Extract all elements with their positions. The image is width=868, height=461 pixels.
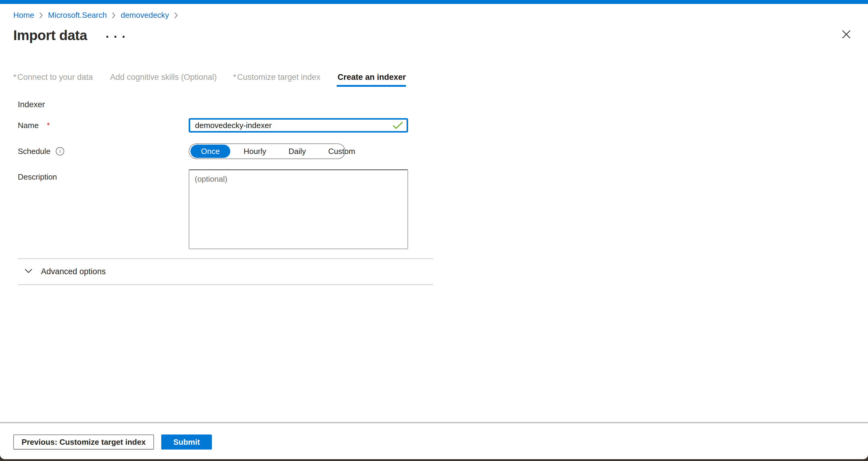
ellipsis-dot bbox=[106, 36, 108, 38]
tab-label: Customize target index bbox=[237, 72, 320, 82]
footer-actions: Previous: Customize target index Submit bbox=[13, 434, 212, 450]
tab-add-cognitive-skills[interactable]: Add cognitive skills (Optional) bbox=[109, 72, 217, 87]
schedule-option-hourly[interactable]: Hourly bbox=[235, 144, 275, 158]
tab-connect-to-your-data[interactable]: *Connect to your data bbox=[13, 72, 93, 87]
label-text: Name bbox=[18, 121, 38, 130]
required-tab-star: * bbox=[13, 72, 17, 82]
chevron-right-icon bbox=[174, 11, 178, 19]
tab-label: Add cognitive skills (Optional) bbox=[110, 72, 217, 82]
previous-step-button[interactable]: Previous: Customize target index bbox=[13, 434, 154, 450]
description-textarea[interactable] bbox=[189, 169, 408, 249]
submit-button[interactable]: Submit bbox=[161, 434, 212, 450]
schedule-segmented-control: Once Hourly Daily Custom bbox=[189, 144, 345, 159]
required-tab-star: * bbox=[233, 72, 236, 82]
import-data-panel: Home Microsoft.Search demovedecky Import… bbox=[0, 0, 868, 459]
indexer-form: Indexer Name* Schedule i Once Hourly Dai… bbox=[18, 100, 868, 249]
advanced-options-label: Advanced options bbox=[41, 267, 106, 276]
validation-check-icon bbox=[393, 121, 403, 131]
page-title: Import data bbox=[13, 27, 87, 43]
tab-label: Create an indexer bbox=[338, 72, 406, 82]
breadcrumb: Home Microsoft.Search demovedecky bbox=[13, 10, 868, 20]
label-text: Description bbox=[18, 172, 57, 182]
info-icon[interactable]: i bbox=[56, 147, 64, 155]
name-input-wrap bbox=[189, 118, 408, 132]
tab-label: Connect to your data bbox=[18, 72, 93, 82]
tab-create-an-indexer[interactable]: Create an indexer bbox=[337, 72, 406, 87]
description-field-label: Description bbox=[18, 172, 189, 182]
name-field-row: Name* bbox=[18, 118, 868, 132]
label-text: Schedule bbox=[18, 147, 50, 156]
chevron-right-icon bbox=[112, 11, 116, 19]
schedule-option-custom[interactable]: Custom bbox=[319, 144, 364, 158]
chevron-down-icon bbox=[24, 269, 33, 275]
section-title-indexer: Indexer bbox=[18, 100, 868, 110]
schedule-option-daily[interactable]: Daily bbox=[279, 144, 315, 158]
divider bbox=[18, 284, 433, 285]
page-header: Import data bbox=[13, 27, 868, 43]
portal-top-accent-bar bbox=[0, 0, 868, 4]
context-menu-ellipsis-icon[interactable] bbox=[106, 36, 124, 38]
ellipsis-dot bbox=[115, 36, 116, 38]
advanced-options-expander[interactable]: Advanced options bbox=[18, 259, 427, 284]
indexer-name-input[interactable] bbox=[189, 118, 408, 132]
required-asterisk: * bbox=[47, 121, 50, 130]
breadcrumb-demovedecky[interactable]: demovedecky bbox=[121, 10, 169, 20]
name-field-label: Name* bbox=[18, 121, 189, 130]
footer-divider bbox=[0, 422, 868, 423]
schedule-field-row: Schedule i Once Hourly Daily Custom bbox=[18, 144, 868, 159]
breadcrumb-microsoft-search[interactable]: Microsoft.Search bbox=[48, 10, 107, 20]
schedule-field-label: Schedule i bbox=[18, 147, 189, 156]
schedule-option-once[interactable]: Once bbox=[190, 145, 230, 158]
close-icon[interactable] bbox=[840, 28, 853, 41]
wizard-tabs: *Connect to your data Add cognitive skil… bbox=[13, 72, 868, 87]
description-field-row: Description bbox=[18, 169, 868, 249]
ellipsis-dot bbox=[123, 36, 124, 38]
chevron-right-icon bbox=[39, 11, 43, 19]
breadcrumb-home[interactable]: Home bbox=[13, 10, 34, 20]
tab-customize-target-index[interactable]: *Customize target index bbox=[233, 72, 320, 87]
